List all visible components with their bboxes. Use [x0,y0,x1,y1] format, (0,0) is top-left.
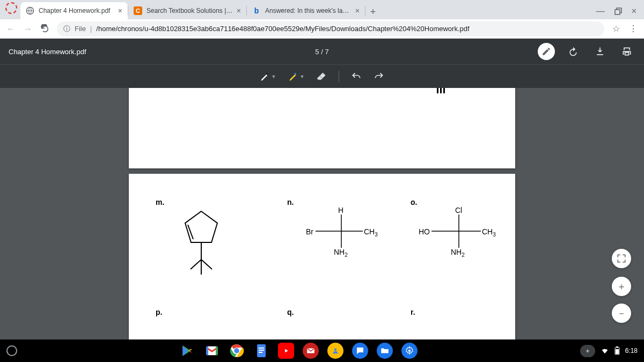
chrome-icon[interactable] [229,343,245,359]
svg-rect-22 [259,352,262,353]
menu-icon[interactable]: ⋮ [628,24,639,34]
undo-button[interactable] [351,71,362,82]
problem-label-p: p. [156,308,162,316]
pdf-viewport[interactable]: m. n. o. p. q. r. H Br CH3 NH2 Cl HO CH3 [0,88,644,339]
svg-line-5 [188,225,193,239]
eraser-tool[interactable] [316,71,327,82]
reload-button[interactable] [40,24,50,34]
page-indicator: 5 / 7 [315,48,328,56]
zoom-in-button[interactable]: ＋ [612,277,631,296]
play-store-icon[interactable] [179,343,195,359]
mail-icon[interactable] [303,343,319,359]
svg-marker-4 [185,211,217,242]
status-tray[interactable]: ＋ 6:18 [580,345,638,357]
url-sep: | [90,25,92,33]
app-launcher-icon[interactable] [5,2,17,14]
download-button[interactable] [591,43,609,60]
svg-point-24 [334,349,337,351]
tab-title: Answered: In this week's lab, we [265,7,352,14]
svg-rect-20 [259,348,264,349]
restore-icon[interactable] [614,8,622,15]
tab-chegg[interactable]: C Search Textbook Solutions | Cheg × [128,2,246,19]
gmail-icon[interactable] [204,343,220,359]
svg-rect-28 [616,349,619,354]
pdf-favicon [26,6,34,15]
tab-bartleby[interactable]: b Answered: In this week's lab, we × [247,2,365,19]
clock: 6:18 [625,347,638,354]
annotate-button[interactable] [538,43,555,60]
structure-n: H Br CH3 NH2 [306,206,392,260]
chegg-favicon: C [134,6,142,15]
pdf-filename: Chapter 4 Homework.pdf [9,48,538,56]
svg-rect-15 [207,346,209,355]
address-bar[interactable]: ⓘ File | /home/chronos/u-4d8b1028315e3ab… [57,21,604,36]
docs-icon[interactable] [253,343,269,359]
svg-line-7 [191,260,201,269]
battery-icon [614,346,620,355]
problem-label-o: o. [411,198,417,206]
separator [339,71,339,83]
zoom-out-button[interactable]: － [612,304,631,323]
svg-line-8 [201,260,212,269]
pdf-page-prev [129,88,515,168]
pen-icon [260,71,270,82]
chromeos-shelf: ＋ 6:18 [0,339,644,362]
problem-label-n: n. [287,198,294,206]
svg-point-18 [235,348,239,353]
chevron-down-icon: ▼ [272,74,276,79]
highlighter-tool[interactable]: ▼ [288,71,305,82]
back-button[interactable]: ← [5,24,16,34]
close-window-icon[interactable]: × [632,6,636,16]
svg-point-25 [408,350,411,352]
close-icon[interactable]: × [118,6,122,15]
svg-rect-27 [616,346,618,348]
messages-icon[interactable] [352,343,368,359]
problem-label-q: q. [287,308,294,316]
svg-rect-2 [266,72,268,75]
print-button[interactable] [618,43,635,60]
info-icon[interactable]: ⓘ [63,24,70,34]
close-icon[interactable]: × [355,6,360,15]
pdf-page-current: m. n. o. p. q. r. H Br CH3 NH2 Cl HO CH3 [129,174,515,339]
notification-plus-icon: ＋ [584,346,591,356]
tab-active[interactable]: Chapter 4 Homework.pdf × [20,2,128,19]
contacts-icon[interactable] [327,343,343,359]
svg-rect-16 [216,346,218,355]
wifi-icon [601,346,609,355]
problem-label-m: m. [156,198,164,206]
chevron-down-icon: ▼ [300,74,305,79]
highlighter-icon [288,71,299,82]
problem-label-r: r. [411,308,415,316]
redo-button[interactable] [374,71,384,82]
tab-title: Chapter 4 Homework.pdf [39,7,115,14]
structure-m [177,206,225,281]
files-icon[interactable] [377,343,393,359]
fit-page-button[interactable] [612,249,631,268]
settings-icon[interactable] [401,343,418,359]
bartleby-favicon: b [252,6,261,15]
tab-title: Search Textbook Solutions | Cheg [147,7,233,14]
rotate-button[interactable] [565,43,582,60]
svg-rect-21 [259,350,264,351]
url-prefix: File [75,25,86,33]
youtube-icon[interactable] [278,343,294,359]
close-icon[interactable]: × [237,6,241,15]
structure-o: Cl HO CH3 NH2 [419,206,510,260]
bookmark-icon[interactable]: ☆ [611,24,621,34]
url-path: /home/chronos/u-4d8b1028315e3ab6ca7116e4… [96,25,469,33]
svg-rect-1 [615,10,620,14]
svg-rect-3 [294,72,296,75]
pen-tool[interactable]: ▼ [260,71,276,82]
forward-button[interactable]: → [23,24,33,34]
launcher-button[interactable] [6,345,17,356]
new-tab-button[interactable]: + [365,4,380,19]
minimize-icon[interactable]: — [596,6,605,16]
